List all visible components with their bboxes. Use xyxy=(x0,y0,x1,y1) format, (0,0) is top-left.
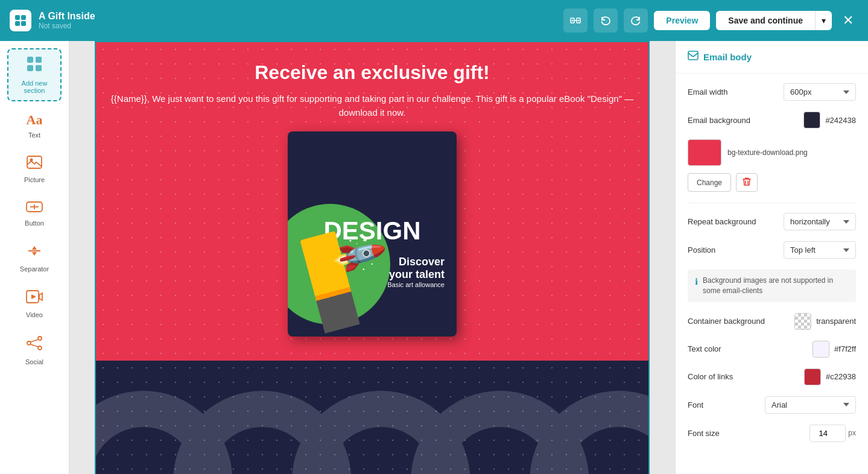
svg-point-22 xyxy=(38,337,42,340)
email-background-label: Email background xyxy=(688,116,750,125)
container-background-row: Container background transparent xyxy=(688,313,856,330)
email-body-icon xyxy=(688,51,699,63)
links-color-label: Color of links xyxy=(688,372,733,381)
repeat-background-label: Repeat background xyxy=(688,217,756,226)
sidebar-picture-label: Picture xyxy=(24,176,45,183)
close-button[interactable]: ✕ xyxy=(838,10,858,31)
preview-button[interactable]: Preview xyxy=(654,11,710,30)
save-dropdown-button[interactable]: ▾ xyxy=(816,11,832,30)
bg-info-row: ℹ Background images are not supported in… xyxy=(688,270,856,302)
email-dark-section xyxy=(96,361,648,474)
sidebar-item-button[interactable]: Button xyxy=(7,194,62,233)
app-logo xyxy=(10,10,31,31)
video-icon xyxy=(26,289,43,308)
svg-point-30 xyxy=(548,409,648,474)
svg-point-21 xyxy=(27,341,31,345)
panel-header: Email body xyxy=(676,41,868,74)
separator-icon xyxy=(26,244,43,262)
picture-icon xyxy=(27,156,42,172)
svg-rect-11 xyxy=(27,65,33,71)
svg-marker-20 xyxy=(31,294,36,299)
svg-line-24 xyxy=(31,340,38,342)
position-select[interactable]: Top left Top centerTop rightCenter cente… xyxy=(784,241,856,259)
main-layout: Add new section Aa Text Picture xyxy=(0,41,868,474)
email-width-select[interactable]: 600px 400px500px700px800px xyxy=(784,83,856,101)
bg-image-row: bg-texture-download.png xyxy=(688,139,856,166)
book-subtitle: Discover your talent Basic art allowance xyxy=(387,256,445,288)
font-label: Font xyxy=(688,400,703,409)
panel-body: Email width 600px 400px500px700px800px E… xyxy=(676,74,868,463)
sidebar-item-separator[interactable]: Separator xyxy=(7,238,62,279)
font-select[interactable]: Arial GeorgiaHelveticaTimes New RomanVer… xyxy=(765,396,856,414)
save-continue-button[interactable]: Save and continue xyxy=(716,11,816,30)
header-left: A Gift Inside Not saved xyxy=(10,10,95,31)
container-bg-group: transparent xyxy=(794,313,856,330)
bg-delete-button[interactable] xyxy=(736,173,758,192)
text-color-hex: #f7f2ff xyxy=(834,344,856,353)
sidebar-item-text[interactable]: Aa Text xyxy=(7,106,62,145)
hero-title: Receive an exclusive gift! xyxy=(108,62,636,84)
email-background-row: Email background #242438 xyxy=(688,112,856,128)
svg-rect-10 xyxy=(36,57,42,63)
svg-point-8 xyxy=(578,20,580,22)
email-section-hero[interactable]: Receive an exclusive gift! {{Name}}, We … xyxy=(95,41,650,474)
email-hero: Receive an exclusive gift! {{Name}}, We … xyxy=(96,42,648,361)
email-background-hex: #242438 xyxy=(825,116,856,125)
repeat-background-select[interactable]: horizontally no-repeatverticallyboth xyxy=(784,213,856,230)
sidebar-item-social[interactable]: Social xyxy=(7,329,62,371)
svg-rect-0 xyxy=(15,15,20,20)
redo-button[interactable] xyxy=(624,8,648,33)
font-size-input[interactable] xyxy=(809,425,846,442)
svg-line-25 xyxy=(31,344,38,347)
bg-change-button[interactable]: Change xyxy=(688,173,731,192)
bg-image-name: bg-texture-download.png xyxy=(727,148,808,157)
add-section-icon xyxy=(26,55,43,76)
bg-image-actions: Change xyxy=(688,173,856,192)
links-color-hex: #c22938 xyxy=(826,372,856,381)
svg-rect-12 xyxy=(36,65,42,71)
sidebar-separator-label: Separator xyxy=(20,265,49,273)
header-title-block: A Gift Inside Not saved xyxy=(39,11,95,30)
info-icon: ℹ xyxy=(695,277,698,286)
container-bg-value: transparent xyxy=(816,317,856,326)
email-background-color-group: #242438 xyxy=(803,112,856,128)
font-size-label: Font size xyxy=(688,429,720,438)
sidebar: Add new section Aa Text Picture xyxy=(0,41,69,474)
email-width-row: Email width 600px 400px500px700px800px xyxy=(688,83,856,101)
font-size-row: Font size px xyxy=(688,425,856,442)
undo-button[interactable] xyxy=(594,8,618,33)
bg-image-thumb[interactable] xyxy=(688,139,721,166)
links-color-group: #c22938 xyxy=(804,368,856,385)
sidebar-item-add-section[interactable]: Add new section xyxy=(7,48,62,101)
right-panel: Email body Email width 600px 400px500px7… xyxy=(675,41,868,474)
save-continue-group: Save and continue ▾ xyxy=(716,11,832,30)
links-color-swatch[interactable] xyxy=(804,368,821,385)
sidebar-video-label: Video xyxy=(26,311,43,318)
font-row: Font Arial GeorgiaHelveticaTimes New Rom… xyxy=(688,396,856,414)
svg-point-23 xyxy=(38,346,42,350)
email-canvas: Receive an exclusive gift! {{Name}}, We … xyxy=(95,41,650,474)
book-image-container: 🚀 DESIGN Discover your talent Basic art … xyxy=(108,131,636,349)
svg-rect-2 xyxy=(15,21,20,26)
hero-text: {{Name}}, We just want to send you this … xyxy=(108,92,636,119)
svg-rect-3 xyxy=(21,21,26,26)
svg-rect-9 xyxy=(27,57,33,63)
email-background-swatch[interactable] xyxy=(803,112,820,128)
add-section-label: Add new section xyxy=(22,80,48,94)
svg-rect-31 xyxy=(688,51,698,60)
font-size-unit: px xyxy=(848,429,856,437)
book-tagline-sub: your talent xyxy=(387,268,445,281)
separator-1 xyxy=(688,203,856,203)
book-mockup: 🚀 DESIGN Discover your talent Basic art … xyxy=(288,131,457,337)
container-background-swatch[interactable] xyxy=(794,313,811,330)
email-width-label: Email width xyxy=(688,87,727,96)
share-button[interactable] xyxy=(563,8,588,33)
sidebar-item-picture[interactable]: Picture xyxy=(7,150,62,189)
links-color-row: Color of links #c22938 xyxy=(688,368,856,385)
app-header: A Gift Inside Not saved Pr xyxy=(0,0,868,41)
text-color-swatch[interactable] xyxy=(813,341,829,358)
panel-title: Email body xyxy=(703,52,752,62)
book-tagline-main: Discover xyxy=(387,256,445,268)
sidebar-item-video[interactable]: Video xyxy=(7,283,62,324)
button-icon xyxy=(26,200,43,216)
